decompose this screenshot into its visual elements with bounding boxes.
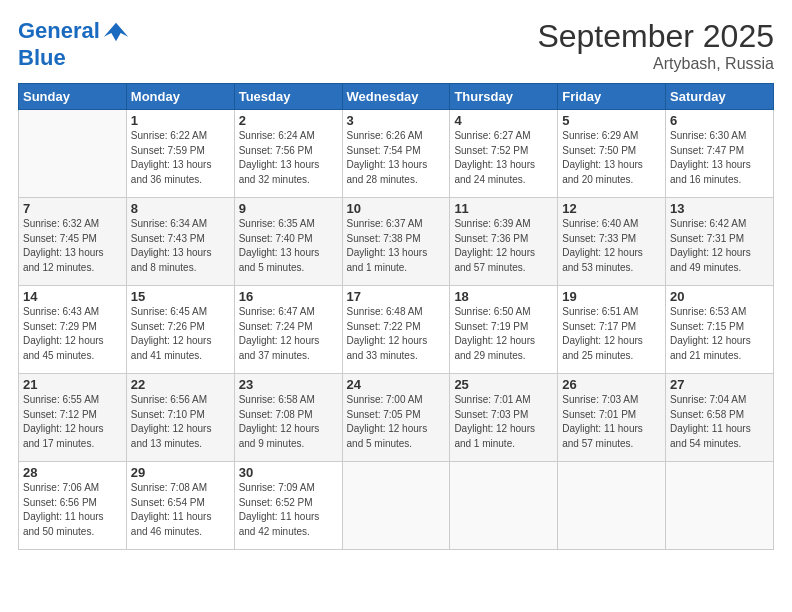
calendar-cell: 27Sunrise: 7:04 AMSunset: 6:58 PMDayligh… [666,374,774,462]
day-number: 27 [670,377,769,392]
day-info: Sunrise: 7:06 AMSunset: 6:56 PMDaylight:… [23,481,122,539]
day-info: Sunrise: 6:39 AMSunset: 7:36 PMDaylight:… [454,217,553,275]
calendar-cell: 28Sunrise: 7:06 AMSunset: 6:56 PMDayligh… [19,462,127,550]
day-number: 29 [131,465,230,480]
day-info: Sunrise: 6:40 AMSunset: 7:33 PMDaylight:… [562,217,661,275]
calendar-row: 1Sunrise: 6:22 AMSunset: 7:59 PMDaylight… [19,110,774,198]
weekday-header: Sunday [19,84,127,110]
weekday-header: Thursday [450,84,558,110]
day-info: Sunrise: 6:22 AMSunset: 7:59 PMDaylight:… [131,129,230,187]
day-info: Sunrise: 6:48 AMSunset: 7:22 PMDaylight:… [347,305,446,363]
weekday-header: Tuesday [234,84,342,110]
day-number: 21 [23,377,122,392]
day-number: 13 [670,201,769,216]
day-number: 19 [562,289,661,304]
calendar-row: 28Sunrise: 7:06 AMSunset: 6:56 PMDayligh… [19,462,774,550]
logo-bird-icon [102,18,130,46]
day-info: Sunrise: 6:42 AMSunset: 7:31 PMDaylight:… [670,217,769,275]
calendar-row: 14Sunrise: 6:43 AMSunset: 7:29 PMDayligh… [19,286,774,374]
weekday-header: Monday [126,84,234,110]
calendar-cell: 21Sunrise: 6:55 AMSunset: 7:12 PMDayligh… [19,374,127,462]
logo-blue: Blue [18,46,130,70]
day-info: Sunrise: 7:03 AMSunset: 7:01 PMDaylight:… [562,393,661,451]
day-number: 7 [23,201,122,216]
calendar-cell [342,462,450,550]
day-info: Sunrise: 7:01 AMSunset: 7:03 PMDaylight:… [454,393,553,451]
day-number: 10 [347,201,446,216]
weekday-header: Wednesday [342,84,450,110]
calendar-row: 7Sunrise: 6:32 AMSunset: 7:45 PMDaylight… [19,198,774,286]
calendar-cell: 4Sunrise: 6:27 AMSunset: 7:52 PMDaylight… [450,110,558,198]
calendar-cell: 24Sunrise: 7:00 AMSunset: 7:05 PMDayligh… [342,374,450,462]
page: General Blue September 2025 Artybash, Ru… [0,0,792,612]
logo-general: General [18,18,100,43]
weekday-row: SundayMondayTuesdayWednesdayThursdayFrid… [19,84,774,110]
calendar-cell: 18Sunrise: 6:50 AMSunset: 7:19 PMDayligh… [450,286,558,374]
day-number: 23 [239,377,338,392]
day-info: Sunrise: 6:56 AMSunset: 7:10 PMDaylight:… [131,393,230,451]
day-info: Sunrise: 6:26 AMSunset: 7:54 PMDaylight:… [347,129,446,187]
day-info: Sunrise: 6:37 AMSunset: 7:38 PMDaylight:… [347,217,446,275]
day-number: 6 [670,113,769,128]
day-info: Sunrise: 7:04 AMSunset: 6:58 PMDaylight:… [670,393,769,451]
calendar-cell: 7Sunrise: 6:32 AMSunset: 7:45 PMDaylight… [19,198,127,286]
day-info: Sunrise: 6:35 AMSunset: 7:40 PMDaylight:… [239,217,338,275]
day-number: 30 [239,465,338,480]
day-number: 25 [454,377,553,392]
calendar-cell: 26Sunrise: 7:03 AMSunset: 7:01 PMDayligh… [558,374,666,462]
day-number: 14 [23,289,122,304]
day-number: 28 [23,465,122,480]
calendar-row: 21Sunrise: 6:55 AMSunset: 7:12 PMDayligh… [19,374,774,462]
day-number: 26 [562,377,661,392]
calendar-cell: 16Sunrise: 6:47 AMSunset: 7:24 PMDayligh… [234,286,342,374]
day-number: 15 [131,289,230,304]
calendar-cell: 20Sunrise: 6:53 AMSunset: 7:15 PMDayligh… [666,286,774,374]
day-info: Sunrise: 6:27 AMSunset: 7:52 PMDaylight:… [454,129,553,187]
day-number: 2 [239,113,338,128]
day-info: Sunrise: 7:08 AMSunset: 6:54 PMDaylight:… [131,481,230,539]
day-number: 24 [347,377,446,392]
calendar-header: SundayMondayTuesdayWednesdayThursdayFrid… [19,84,774,110]
calendar-cell: 10Sunrise: 6:37 AMSunset: 7:38 PMDayligh… [342,198,450,286]
day-number: 8 [131,201,230,216]
day-info: Sunrise: 6:30 AMSunset: 7:47 PMDaylight:… [670,129,769,187]
logo-text: General [18,18,130,46]
day-info: Sunrise: 6:34 AMSunset: 7:43 PMDaylight:… [131,217,230,275]
logo: General Blue [18,18,130,70]
day-info: Sunrise: 6:55 AMSunset: 7:12 PMDaylight:… [23,393,122,451]
day-info: Sunrise: 6:53 AMSunset: 7:15 PMDaylight:… [670,305,769,363]
day-info: Sunrise: 6:29 AMSunset: 7:50 PMDaylight:… [562,129,661,187]
calendar-cell [450,462,558,550]
day-number: 11 [454,201,553,216]
day-info: Sunrise: 7:00 AMSunset: 7:05 PMDaylight:… [347,393,446,451]
day-number: 1 [131,113,230,128]
day-info: Sunrise: 6:51 AMSunset: 7:17 PMDaylight:… [562,305,661,363]
day-number: 3 [347,113,446,128]
day-number: 5 [562,113,661,128]
weekday-header: Friday [558,84,666,110]
day-info: Sunrise: 6:50 AMSunset: 7:19 PMDaylight:… [454,305,553,363]
calendar-cell: 14Sunrise: 6:43 AMSunset: 7:29 PMDayligh… [19,286,127,374]
svg-marker-0 [104,23,128,42]
day-number: 16 [239,289,338,304]
day-info: Sunrise: 6:58 AMSunset: 7:08 PMDaylight:… [239,393,338,451]
calendar-cell: 15Sunrise: 6:45 AMSunset: 7:26 PMDayligh… [126,286,234,374]
calendar-cell [666,462,774,550]
calendar-cell: 9Sunrise: 6:35 AMSunset: 7:40 PMDaylight… [234,198,342,286]
day-info: Sunrise: 6:24 AMSunset: 7:56 PMDaylight:… [239,129,338,187]
calendar-cell: 25Sunrise: 7:01 AMSunset: 7:03 PMDayligh… [450,374,558,462]
day-info: Sunrise: 6:47 AMSunset: 7:24 PMDaylight:… [239,305,338,363]
calendar-cell: 12Sunrise: 6:40 AMSunset: 7:33 PMDayligh… [558,198,666,286]
calendar-cell [558,462,666,550]
header: General Blue September 2025 Artybash, Ru… [18,18,774,73]
calendar-cell: 5Sunrise: 6:29 AMSunset: 7:50 PMDaylight… [558,110,666,198]
weekday-header: Saturday [666,84,774,110]
calendar-cell: 30Sunrise: 7:09 AMSunset: 6:52 PMDayligh… [234,462,342,550]
day-number: 17 [347,289,446,304]
calendar-cell: 6Sunrise: 6:30 AMSunset: 7:47 PMDaylight… [666,110,774,198]
day-number: 22 [131,377,230,392]
calendar-body: 1Sunrise: 6:22 AMSunset: 7:59 PMDaylight… [19,110,774,550]
calendar-cell: 29Sunrise: 7:08 AMSunset: 6:54 PMDayligh… [126,462,234,550]
day-number: 4 [454,113,553,128]
calendar-cell: 1Sunrise: 6:22 AMSunset: 7:59 PMDaylight… [126,110,234,198]
